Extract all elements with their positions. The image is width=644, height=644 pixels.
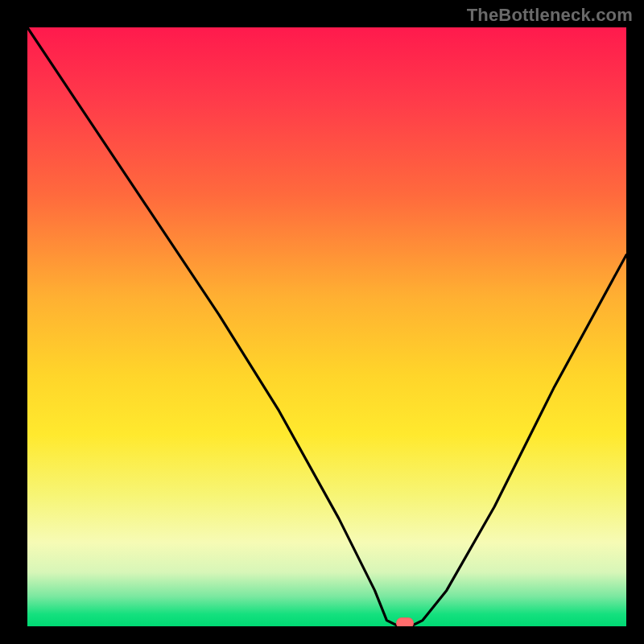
optimal-marker xyxy=(396,617,414,626)
chart-frame: TheBottleneck.com xyxy=(0,0,644,644)
plot-area xyxy=(27,27,626,626)
curve-path xyxy=(27,27,626,626)
bottleneck-curve xyxy=(27,27,626,626)
watermark-text: TheBottleneck.com xyxy=(467,5,633,26)
